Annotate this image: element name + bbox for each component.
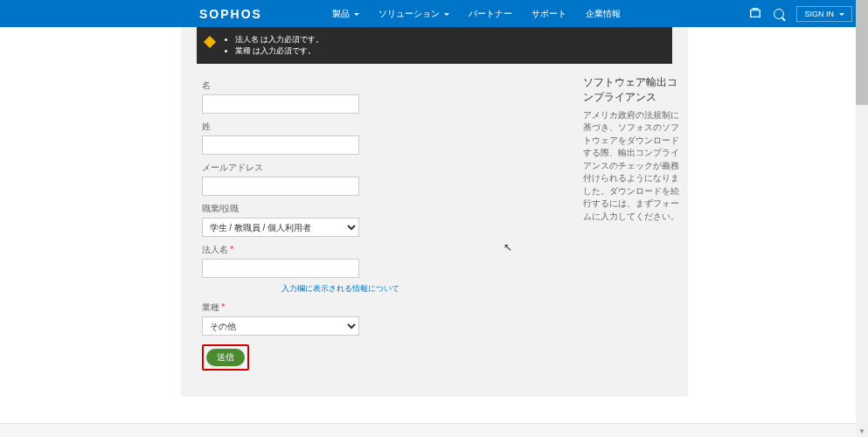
role-select[interactable]: 学生 / 教職員 / 個人利用者 bbox=[202, 218, 359, 237]
scroll-thumb[interactable] bbox=[856, 0, 868, 105]
export-form: 名 姓 メールアドレス 職業/役職 学生 / 教職員 / 個人利用者 法人名 *… bbox=[181, 64, 443, 371]
warning-icon bbox=[203, 36, 215, 48]
submit-button[interactable]: 送信 bbox=[206, 349, 245, 366]
nav-company[interactable]: 企業情報 bbox=[586, 8, 621, 20]
firstname-input[interactable] bbox=[202, 94, 359, 114]
industry-select[interactable]: その他 bbox=[202, 316, 359, 336]
field-info-link[interactable]: 入力欄に表示される情報について bbox=[281, 283, 399, 295]
role-label: 職業/役職 bbox=[202, 203, 422, 215]
main-nav: 製品 ソリューション パートナー サポート 企業情報 bbox=[332, 8, 621, 20]
page-body: 法人名 は入力必須です。 業種 は入力必須です。 名 姓 メールアドレス 職業/… bbox=[0, 27, 868, 423]
signin-button[interactable]: SIGN IN bbox=[796, 6, 852, 22]
nav-support[interactable]: サポート bbox=[531, 8, 566, 20]
firstname-label: 名 bbox=[202, 80, 422, 92]
side-title: ソフトウェア輸出コンプライアンス bbox=[583, 75, 679, 106]
error-item: 法人名 は入力必須です。 bbox=[235, 34, 663, 45]
scrollbar[interactable]: ▲ ▼ bbox=[856, 0, 868, 437]
top-navbar: SOPHOS 製品 ソリューション パートナー サポート 企業情報 SIGN I… bbox=[0, 0, 868, 27]
brand-logo[interactable]: SOPHOS bbox=[199, 7, 262, 21]
nav-partners[interactable]: パートナー bbox=[469, 8, 512, 20]
company-input[interactable] bbox=[202, 259, 359, 278]
submit-highlight: 送信 bbox=[202, 344, 249, 371]
nav-solutions[interactable]: ソリューション bbox=[378, 8, 449, 20]
company-label: 法人名 * bbox=[202, 244, 422, 256]
footer: よく閲覧されるページ無償評価版無償ツールホワイトペーパーテクニカルペーパー (英… bbox=[0, 423, 868, 437]
error-box: 法人名 は入力必須です。 業種 は入力必須です。 bbox=[197, 27, 672, 64]
scroll-down-icon[interactable]: ▼ bbox=[856, 425, 868, 437]
lastname-label: 姓 bbox=[202, 121, 422, 133]
nav-right: SIGN IN bbox=[749, 6, 852, 22]
store-icon[interactable] bbox=[749, 7, 761, 21]
error-item: 業種 は入力必須です。 bbox=[235, 45, 663, 57]
side-body: アメリカ政府の法規制に基づき、ソフォスのソフトウェアをダウンロードする際、輸出コ… bbox=[583, 109, 679, 224]
nav-products[interactable]: 製品 bbox=[332, 8, 359, 20]
side-info: ソフトウェア輸出コンプライアンス アメリカ政府の法規制に基づき、ソフォスのソフト… bbox=[583, 75, 679, 223]
email-input[interactable] bbox=[202, 177, 359, 196]
search-icon[interactable] bbox=[774, 9, 784, 19]
email-label: メールアドレス bbox=[202, 162, 422, 174]
industry-label: 業種 * bbox=[202, 302, 422, 314]
form-panel: 法人名 は入力必須です。 業種 は入力必須です。 名 姓 メールアドレス 職業/… bbox=[181, 27, 688, 397]
svg-rect-0 bbox=[751, 10, 760, 17]
lastname-input[interactable] bbox=[202, 135, 359, 155]
